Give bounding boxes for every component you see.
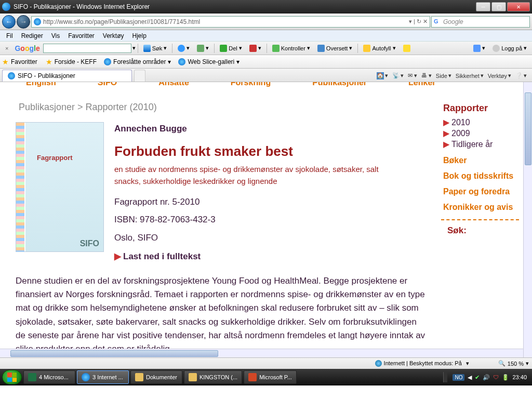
back-button[interactable]: ← xyxy=(2,15,16,29)
forward-button[interactable]: → xyxy=(17,15,30,29)
nav-english[interactable]: English xyxy=(26,82,56,87)
tray-icon[interactable]: ✔ xyxy=(475,374,480,381)
taskbar-item-excel[interactable]: 4 Microso... xyxy=(23,370,75,384)
zoom-control[interactable]: 🔍 150 % ▾ xyxy=(498,360,529,367)
page-menu[interactable]: Side ▾ xyxy=(436,72,451,79)
nav-sifo[interactable]: SIFO xyxy=(98,82,117,87)
nav-forskning[interactable]: Forskning xyxy=(231,82,271,87)
tab-bar: SIFO - Publikasjoner 🏠▾ 📡▾ ✉ ▾ 🖶 ▾ Side … xyxy=(0,69,532,82)
window-title: SIFO - Publikasjoner - Windows Internet … xyxy=(14,3,476,10)
language-indicator[interactable]: NO xyxy=(453,374,464,381)
tab-title: SIFO - Publikasjoner xyxy=(18,72,75,79)
autofill-button[interactable]: Autofyll ▾ xyxy=(360,44,398,53)
clock[interactable]: 23:40 xyxy=(512,374,527,380)
taskbar-item-ie[interactable]: 3 Internet ... xyxy=(77,370,129,384)
sidebar-item-2010[interactable]: ▶2010 xyxy=(443,117,519,128)
print-button[interactable]: 🖶 ▾ xyxy=(421,72,432,79)
ie-icon xyxy=(2,3,10,11)
menu-view[interactable]: Vis xyxy=(47,31,64,41)
taskbar: 4 Microso... 3 Internet ... Dokumenter K… xyxy=(0,369,532,385)
fav-link-forside[interactable]: Forside - KEFF xyxy=(55,58,97,65)
share-button[interactable]: Del ▾ xyxy=(217,44,245,53)
cover-label: Fagrapport xyxy=(37,154,73,162)
help-button[interactable]: ❔▾ xyxy=(515,72,527,79)
fav-suggested[interactable]: Foreslåtte områder xyxy=(113,58,166,65)
download-link[interactable]: ▶Last ned i fulltekst xyxy=(114,250,514,263)
google-toolbar: × Google ▾ Søk ▾ ▾ ▾ Del ▾ ▾ Kontroller … xyxy=(0,42,532,55)
close-button[interactable]: ✕ xyxy=(507,2,530,11)
menu-help[interactable]: Hjelp xyxy=(128,31,151,41)
protected-mode-toggle[interactable]: ▾ xyxy=(466,360,469,367)
nav-ansatte[interactable]: Ansatte xyxy=(158,82,189,87)
safety-menu[interactable]: Sikkerhet ▾ xyxy=(456,72,484,79)
mail-button[interactable]: ✉ ▾ xyxy=(408,72,417,79)
taskbar-item-ppt[interactable]: Microsoft P... xyxy=(244,370,297,384)
tray-icon[interactable]: ◀ xyxy=(468,374,472,381)
ie-icon xyxy=(104,58,111,65)
command-bar: 🏠▾ 📡▾ ✉ ▾ 🖶 ▾ Side ▾ Sikkerhet ▾ Verktøy… xyxy=(374,70,530,82)
sidebar-link-kronikker[interactable]: Kronikker og avis xyxy=(443,203,519,212)
start-button[interactable] xyxy=(2,370,22,384)
cover-brand: SIFO xyxy=(80,239,99,248)
highlighter-button[interactable] xyxy=(400,44,414,53)
favorites-button[interactable]: Favoritter xyxy=(11,58,37,65)
sidebar-link-paper[interactable]: Paper og foredra xyxy=(443,187,519,196)
browser-tab[interactable]: SIFO - Publikasjoner xyxy=(2,70,132,82)
site-icon xyxy=(34,18,41,25)
tray-icon[interactable]: 🛡 xyxy=(493,374,499,380)
horizontal-scrollbar[interactable] xyxy=(0,349,523,357)
tools-menu[interactable]: Verktøy ▾ xyxy=(488,72,511,79)
login-button[interactable]: Logg på ▾ xyxy=(489,44,530,53)
nav-publikasjoner[interactable]: Publikasjoner xyxy=(312,82,367,87)
google-search-input[interactable] xyxy=(43,44,131,53)
sidebar-heading-rapporter: Rapporter xyxy=(443,103,519,114)
check-button[interactable]: Kontroller ▾ xyxy=(269,44,313,53)
tab-favicon xyxy=(8,72,15,79)
sidebar-item-2009[interactable]: ▶2009 xyxy=(443,128,519,139)
fav-webslice[interactable]: Web Slice-galleri xyxy=(188,58,234,65)
window-titlebar: SIFO - Publikasjoner - Windows Internet … xyxy=(0,0,532,14)
search-button[interactable]: Søk ▾ xyxy=(140,44,170,53)
new-tab-button[interactable] xyxy=(134,70,145,82)
system-tray[interactable]: NO ◀ ✔ 🔊 🛡 🔋 23:40 xyxy=(440,372,530,382)
wrench-button[interactable]: ▾ xyxy=(470,44,488,53)
tb-btn-3[interactable]: ▾ xyxy=(246,44,264,53)
url-text: http://www.sifo.no/page/Publikasjoner//1… xyxy=(43,18,407,25)
address-buttons[interactable]: ▾ | ↻ ✕ xyxy=(409,18,428,25)
taskbar-item-docs[interactable]: Dokumenter xyxy=(130,370,182,384)
vertical-scrollbar[interactable] xyxy=(523,82,532,357)
maximize-button[interactable]: ▢ xyxy=(491,2,506,11)
menu-favorites[interactable]: Favoritter xyxy=(64,31,99,41)
favorites-bar: ★ Favoritter ★ Forside - KEFF Foreslåtte… xyxy=(0,55,532,69)
taskbar-item-kingston[interactable]: KINGSTON (... xyxy=(184,370,242,384)
tray-icon[interactable]: 🔋 xyxy=(502,374,509,381)
sidebar-link-boktids[interactable]: Bok og tidsskrifts xyxy=(443,171,519,181)
search-box[interactable]: Google xyxy=(431,16,530,28)
dropdown-icon[interactable]: ▾ xyxy=(132,45,136,51)
ie-icon xyxy=(178,58,185,65)
navigation-bar: ← → http://www.sifo.no/page/Publikasjone… xyxy=(0,14,532,30)
sidebar: Rapporter ▶2010 ▶2009 ▶Tidligere år Bøke… xyxy=(436,88,523,240)
tray-icon[interactable]: 🔊 xyxy=(483,374,490,381)
sidebar-search-label: Søk: xyxy=(447,225,519,236)
address-bar[interactable]: http://www.sifo.no/page/Publikasjoner//1… xyxy=(31,16,430,28)
tb-btn-2[interactable]: ▾ xyxy=(194,44,212,53)
feeds-button[interactable]: 📡▾ xyxy=(392,72,404,79)
sidebar-item-tidligere[interactable]: ▶Tidligere år xyxy=(443,139,519,150)
search-placeholder: Google xyxy=(443,18,463,25)
translate-button[interactable]: Oversett ▾ xyxy=(314,44,356,53)
menu-bar: Fil Rediger Vis Favoritter Verktøy Hjelp xyxy=(0,30,532,42)
star-icon: ★ xyxy=(2,58,9,66)
home-button[interactable]: 🏠▾ xyxy=(377,72,388,79)
tb-btn-1[interactable]: ▾ xyxy=(175,44,193,53)
page-content: English SIFO Ansatte Forskning Publikasj… xyxy=(0,82,532,357)
toolbar-close[interactable]: × xyxy=(2,44,11,52)
menu-tools[interactable]: Verktøy xyxy=(99,31,128,41)
google-icon xyxy=(434,18,441,25)
nav-lenker[interactable]: Lenker xyxy=(408,82,435,87)
sidebar-link-boker[interactable]: Bøker xyxy=(443,156,519,165)
menu-file[interactable]: Fil xyxy=(2,31,17,41)
minimize-button[interactable]: ─ xyxy=(476,2,490,11)
menu-edit[interactable]: Rediger xyxy=(17,31,47,41)
google-logo: Google xyxy=(15,44,39,52)
